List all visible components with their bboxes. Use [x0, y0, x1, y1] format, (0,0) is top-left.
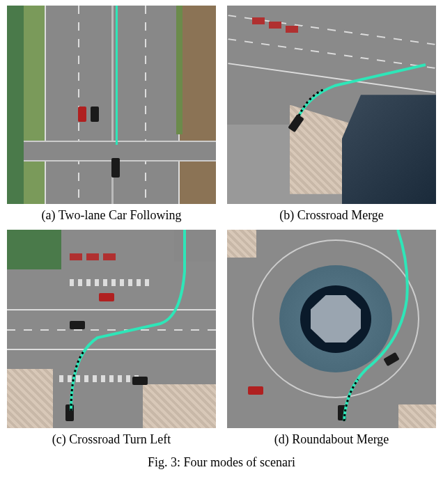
- car-black: [70, 321, 85, 329]
- ego-car: [338, 405, 346, 420]
- building-icon: [342, 95, 436, 204]
- car-red: [248, 386, 263, 395]
- subfigure-c-caption: (c) Crossroad Turn Left: [52, 432, 171, 447]
- ego-car: [111, 158, 120, 178]
- subfigure-b-caption: (b) Crossroad Merge: [279, 208, 384, 223]
- scenario-a-image: [7, 6, 216, 204]
- trajectory-line: [116, 6, 118, 145]
- subfigure-a: (a) Two-lane Car Following: [6, 6, 217, 223]
- car-black: [91, 107, 99, 122]
- ego-car: [65, 404, 74, 421]
- subfigure-b: (b) Crossroad Merge: [226, 6, 437, 223]
- car-black: [132, 377, 148, 385]
- subfigure-c: (c) Crossroad Turn Left: [6, 230, 217, 447]
- scenario-b-image: [227, 6, 436, 204]
- scenario-d-image: [227, 230, 436, 428]
- subfigure-d: (d) Roundabout Merge: [226, 230, 437, 447]
- figure-main-caption: Fig. 3: Four modes of scenari: [6, 455, 437, 470]
- scenario-c-image: [7, 230, 216, 428]
- car-red: [99, 293, 114, 301]
- subfigure-a-caption: (a) Two-lane Car Following: [42, 208, 182, 223]
- subfigure-d-caption: (d) Roundabout Merge: [274, 432, 389, 447]
- car-red: [78, 107, 86, 122]
- figure-grid: (a) Two-lane Car Following (b) Crossroad…: [6, 6, 437, 447]
